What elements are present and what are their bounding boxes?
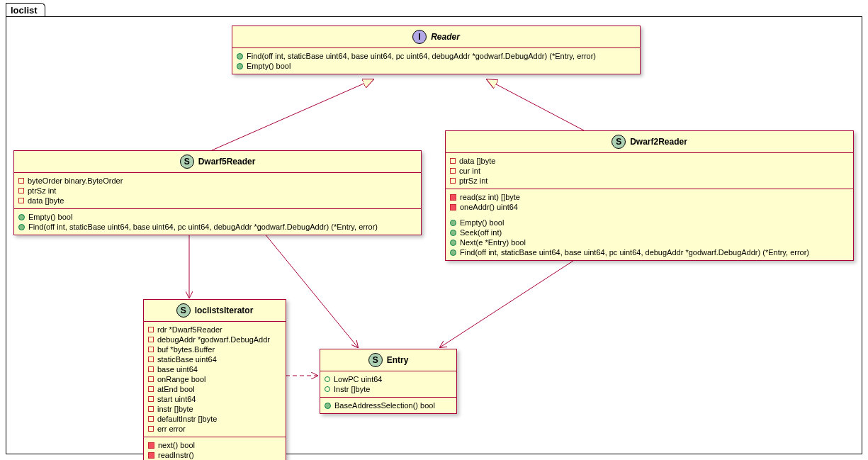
private-icon	[148, 366, 154, 372]
methods-section: read(sz int) []byte oneAddr() uint64 Emp…	[446, 189, 853, 260]
method: BaseAddressSelection() bool	[325, 400, 452, 410]
private-icon	[148, 396, 154, 402]
field: err error	[148, 424, 281, 434]
field: start uint64	[148, 394, 281, 404]
field: rdr *Dwarf5Reader	[148, 325, 281, 335]
class-locliststiterator: S loclistsIterator rdr *Dwarf5Reader deb…	[143, 299, 286, 460]
public-icon	[325, 376, 330, 382]
methods-section: next() bool readInstr()	[144, 437, 286, 460]
field: ptrSz int	[450, 176, 849, 186]
class-name: Dwarf5Reader	[198, 157, 256, 167]
class-head: S Dwarf5Reader	[14, 151, 421, 173]
fields-section: data []byte cur int ptrSz int	[446, 153, 853, 189]
fields-section: rdr *Dwarf5Reader debugAddr *godwarf.Deb…	[144, 322, 286, 437]
public-icon	[450, 240, 456, 246]
field: defaultInstr []byte	[148, 414, 281, 424]
package-tab: loclist	[6, 3, 45, 18]
public-icon	[450, 249, 456, 256]
fields-section: LowPC uint64 Instr []byte	[320, 371, 456, 398]
field: data []byte	[18, 196, 417, 206]
field: ptrSz int	[18, 186, 417, 196]
private-icon	[18, 188, 24, 193]
method: oneAddr() uint64	[450, 202, 849, 212]
diagram-canvas: loclist	[0, 0, 868, 460]
public-icon	[237, 53, 243, 60]
private-icon	[148, 442, 154, 449]
public-icon	[18, 214, 25, 220]
class-reader: I Reader Find(off int, staticBase uint64…	[232, 26, 641, 74]
interface-icon: I	[412, 30, 427, 44]
field: instr []byte	[148, 404, 281, 414]
public-icon	[325, 386, 330, 392]
field: staticBase uint64	[148, 354, 281, 364]
struct-icon: S	[176, 303, 191, 318]
public-icon	[450, 230, 456, 236]
public-icon	[18, 224, 25, 230]
private-icon	[148, 347, 154, 352]
method: Next(e *Entry) bool	[450, 237, 849, 247]
methods-section: BaseAddressSelection() bool	[320, 398, 456, 413]
field: LowPC uint64	[325, 374, 452, 384]
struct-icon: S	[180, 155, 194, 169]
private-icon	[148, 452, 154, 459]
private-icon	[18, 178, 24, 184]
private-icon	[148, 357, 154, 362]
class-name: Dwarf2Reader	[630, 137, 687, 147]
private-icon	[450, 158, 456, 164]
field: cur int	[450, 166, 849, 176]
svg-line-4	[440, 261, 573, 347]
public-icon	[450, 220, 456, 226]
class-dwarf5reader: S Dwarf5Reader byteOrder binary.ByteOrde…	[13, 150, 422, 235]
field: atEnd bool	[148, 384, 281, 394]
method: Find(off int, staticBase uint64, base ui…	[18, 222, 417, 232]
private-icon	[18, 198, 24, 203]
public-icon	[237, 63, 243, 69]
class-name: Reader	[431, 32, 460, 42]
methods-section: Find(off int, staticBase uint64, base ui…	[232, 48, 640, 74]
public-icon	[325, 403, 331, 409]
method: Find(off int, staticBase uint64, base ui…	[237, 51, 636, 61]
class-head: S loclistsIterator	[144, 300, 286, 322]
private-icon	[450, 178, 456, 184]
class-entry: S Entry LowPC uint64 Instr []byte BaseAd…	[320, 349, 457, 414]
private-icon	[148, 406, 154, 412]
struct-icon: S	[368, 353, 383, 367]
method: read(sz int) []byte	[450, 192, 849, 202]
package-loclist: loclist	[6, 3, 862, 454]
field: data []byte	[450, 156, 849, 166]
private-icon	[148, 416, 154, 422]
field: buf *bytes.Buffer	[148, 344, 281, 354]
field: base uint64	[148, 364, 281, 374]
package-body: I Reader Find(off int, staticBase uint64…	[6, 16, 862, 454]
method: Empty() bool	[237, 61, 636, 71]
class-name: loclistsIterator	[195, 305, 254, 315]
fields-section: byteOrder binary.ByteOrder ptrSz int dat…	[14, 173, 421, 209]
private-icon	[148, 376, 154, 382]
private-icon	[148, 327, 154, 332]
field: debugAddr *godwarf.DebugAddr	[148, 335, 281, 344]
svg-line-0	[212, 79, 373, 150]
method: Empty() bool	[450, 218, 849, 228]
method: Empty() bool	[18, 212, 417, 222]
class-head-reader: I Reader	[232, 26, 640, 48]
struct-icon: S	[611, 135, 626, 149]
method: next() bool	[148, 440, 281, 450]
private-icon	[450, 168, 456, 174]
class-head: S Dwarf2Reader	[446, 131, 853, 153]
package-name: loclist	[11, 5, 38, 16]
method: Find(off int, staticBase uint64, base ui…	[450, 247, 849, 257]
private-icon	[450, 204, 456, 211]
method: Seek(off int)	[450, 228, 849, 237]
methods-section: Empty() bool Find(off int, staticBase ui…	[14, 209, 421, 235]
svg-line-1	[487, 79, 584, 130]
class-name: Entry	[387, 355, 409, 365]
private-icon	[148, 337, 154, 342]
private-icon	[148, 426, 154, 432]
class-dwarf2reader: S Dwarf2Reader data []byte cur int ptrSz…	[445, 130, 854, 261]
field: byteOrder binary.ByteOrder	[18, 176, 417, 186]
private-icon	[450, 194, 456, 201]
class-head: S Entry	[320, 349, 456, 371]
field: Instr []byte	[325, 384, 452, 394]
private-icon	[148, 386, 154, 392]
method: readInstr()	[148, 450, 281, 460]
